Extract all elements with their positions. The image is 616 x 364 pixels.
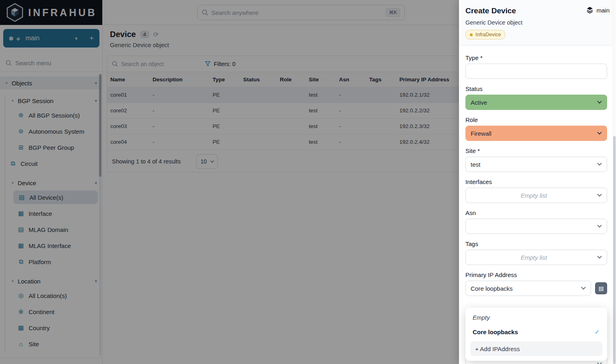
chevron-down-icon [597,256,602,259]
panel-form: Type * Status Active Role Firewall [459,46,616,296]
field-primary-ip: Primary IP Address Core loopbacks ▤ [465,271,610,296]
primary-ip-select[interactable]: Core loopbacks [465,281,591,296]
chevron-down-icon [597,225,602,228]
field-label: Asn [465,209,610,216]
chevron-down-icon [597,194,602,197]
asn-select[interactable] [465,219,607,234]
field-label: Site * [465,147,610,154]
field-status: Status Active [465,85,610,110]
panel-scrollbar-thumb[interactable] [613,136,616,364]
field-site: Site * test [465,147,610,172]
panel-subtitle: Generic Device object [465,19,610,26]
pool-list-button[interactable]: ▤ [595,282,607,294]
tags-select[interactable]: Empty list [465,250,607,265]
chevron-down-icon [581,287,586,290]
status-value: Active [471,99,487,106]
field-interfaces: Interfaces Empty list [465,178,610,203]
app-root: INFRAHUB ⬢ ◈ main ▾ + • Objects ▾ [0,0,616,364]
field-type: Type * [465,54,610,79]
dropdown-option-label: Core loopbacks [473,329,518,335]
status-select[interactable]: Active [465,95,607,110]
dropdown-option-empty[interactable]: Empty [470,312,602,326]
field-tags: Tags Empty list [465,240,610,265]
dropdown-option-core-loopbacks[interactable]: Core loopbacks ✓ [470,326,602,341]
check-icon: ✓ [595,328,600,336]
primary-ip-dropdown: Empty Core loopbacks ✓ + Add IPAddress [465,308,607,361]
kind-badge-label: InfraDevice [475,32,501,37]
field-label: Tags [465,240,610,247]
field-label: Type * [465,54,610,61]
panel-header: Create Device main Generic Device object… [459,0,616,46]
field-role: Role Firewall [465,116,610,141]
chevron-down-icon [597,163,602,166]
field-label: Status [465,85,610,92]
panel-title: Create Device [465,6,516,15]
panel-branch-indicator: main [586,6,610,14]
empty-list-placeholder: Empty list [471,254,597,261]
field-label: Interfaces [465,178,610,185]
add-ipaddress-label: + Add IPAddress [475,345,520,352]
chevron-down-icon [597,101,602,104]
layers-icon [586,6,593,14]
kind-badge: InfraDevice [465,30,505,39]
chevron-down-icon [597,132,602,135]
chevron-down-icon [597,362,602,364]
primary-ip-value: Core loopbacks [471,285,513,292]
empty-list-placeholder: Empty list [471,192,597,199]
badge-dot-icon [470,33,473,36]
modal-dim-overlay[interactable] [0,0,459,364]
panel-branch-name: main [596,7,610,14]
field-label: Primary IP Address [465,271,610,278]
role-value: Firewall [471,130,492,137]
field-asn: Asn [465,209,610,234]
panel-scrollbar[interactable] [613,0,616,364]
role-select[interactable]: Firewall [465,126,607,141]
field-label: Role [465,116,610,123]
type-input[interactable] [465,64,607,79]
add-ipaddress-button[interactable]: + Add IPAddress [470,341,602,356]
interfaces-select[interactable]: Empty list [465,188,607,203]
list-icon: ▤ [598,285,604,292]
site-select[interactable]: test [465,157,607,172]
site-value: test [471,161,480,168]
create-device-panel: Create Device main Generic Device object… [459,0,616,364]
